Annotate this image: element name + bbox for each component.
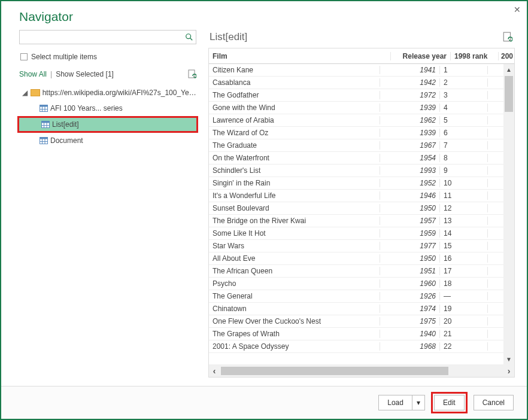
cell-rank: 18 — [440, 279, 488, 288]
load-button[interactable]: Load ▾ — [378, 395, 425, 410]
table-row[interactable]: The Wizard of Oz19396 — [209, 127, 503, 139]
table-row[interactable]: The Grapes of Wrath194021 — [209, 328, 503, 340]
search-icon[interactable] — [183, 31, 196, 44]
cell-rank: 19 — [440, 305, 488, 313]
table-row[interactable]: Casablanca19422 — [209, 77, 503, 89]
cell-year: 1960 — [380, 279, 440, 288]
cell-film: One Flew Over the Cuckoo's Nest — [209, 317, 380, 325]
cell-film: Citizen Kane — [209, 66, 380, 74]
cell-film: The Bridge on the River Kwai — [209, 217, 380, 225]
cell-film: On the Waterfront — [209, 154, 380, 162]
cell-rank: 1 — [440, 66, 488, 74]
cell-year: 1926 — [380, 292, 440, 300]
cell-rank: 4 — [440, 104, 488, 112]
cell-film: Singin' in the Rain — [209, 179, 380, 187]
col-header-film[interactable]: Film — [209, 52, 391, 60]
cell-year: 1975 — [380, 317, 440, 325]
cell-rank: 9 — [440, 166, 488, 175]
load-dropdown-icon[interactable]: ▾ — [412, 395, 424, 410]
cell-rank: 6 — [440, 129, 488, 137]
scroll-up-icon[interactable]: ▲ — [503, 64, 514, 75]
preview-title: List[edit] — [210, 31, 503, 43]
table-row[interactable]: It's a Wonderful Life194611 — [209, 190, 503, 202]
table-row[interactable]: Lawrence of Arabia19625 — [209, 114, 503, 127]
expand-icon[interactable]: ◢ — [22, 89, 28, 97]
table-row[interactable]: Star Wars197715 — [209, 240, 503, 252]
vertical-scrollbar[interactable]: ▲ ▼ — [503, 64, 514, 364]
cell-film: The Godfather — [209, 91, 380, 99]
edit-button[interactable]: Edit — [434, 395, 465, 410]
cell-year: 1939 — [380, 104, 440, 112]
navigator-dialog: ✕ Navigator Select multiple items Show A… — [0, 0, 528, 420]
table-row[interactable]: The Godfather19723 — [209, 89, 503, 102]
checkbox-icon[interactable] — [20, 53, 28, 60]
folder-icon — [31, 89, 40, 96]
dialog-title: Navigator — [1, 1, 527, 30]
table-icon — [40, 137, 48, 144]
tree-item-document[interactable]: Document — [19, 133, 196, 148]
cell-year: 1977 — [380, 242, 440, 250]
table-row[interactable]: All About Eve195016 — [209, 252, 503, 265]
search-input[interactable] — [19, 30, 196, 44]
scroll-left-icon[interactable]: ‹ — [209, 366, 220, 376]
svg-line-1 — [190, 38, 193, 41]
tree-root[interactable]: ◢ https://en.wikipedia.org/wiki/AFI%27s_… — [19, 85, 196, 101]
table-icon — [40, 105, 48, 112]
cell-rank: 13 — [440, 217, 488, 225]
svg-rect-4 — [40, 105, 48, 107]
cell-film: It's a Wonderful Life — [209, 191, 380, 200]
cell-year: 1968 — [380, 342, 440, 351]
cell-film: Casablanca — [209, 78, 380, 87]
cell-film: All About Eve — [209, 254, 380, 263]
preview-refresh-icon[interactable] — [503, 32, 512, 42]
select-multiple-row[interactable]: Select multiple items — [20, 53, 205, 61]
table-row[interactable]: Schindler's List19939 — [209, 165, 503, 177]
load-button-label[interactable]: Load — [379, 395, 412, 410]
tree-view: ◢ https://en.wikipedia.org/wiki/AFI%27s_… — [19, 85, 196, 148]
dialog-footer: Load ▾ Edit Cancel — [1, 386, 527, 419]
refresh-icon[interactable] — [188, 69, 196, 79]
cell-film: The Wizard of Oz — [209, 129, 380, 137]
cell-year: 1946 — [380, 191, 440, 200]
tree-item-label: Document — [50, 136, 83, 145]
show-selected-link[interactable]: Show Selected [1] — [56, 70, 114, 78]
table-row[interactable]: Chinatown197419 — [209, 303, 503, 315]
cell-film: Schindler's List — [209, 166, 380, 175]
scroll-thumb[interactable] — [221, 367, 448, 375]
horizontal-scrollbar[interactable]: ‹ › — [209, 364, 514, 377]
table-row[interactable]: 2001: A Space Odyssey196822 — [209, 340, 503, 353]
search-field[interactable] — [20, 33, 183, 41]
scroll-down-icon[interactable]: ▼ — [503, 354, 514, 364]
table-row[interactable]: Sunset Boulevard195012 — [209, 202, 503, 215]
cell-year: 1962 — [380, 116, 440, 124]
table-row[interactable]: Some Like It Hot195914 — [209, 227, 503, 240]
col-header-release-year[interactable]: Release year — [391, 52, 451, 60]
table-row[interactable]: One Flew Over the Cuckoo's Nest197520 — [209, 315, 503, 328]
scroll-thumb[interactable] — [505, 76, 513, 112]
close-icon[interactable]: ✕ — [514, 5, 521, 14]
tree-item-list-edit[interactable]: List[edit] — [17, 116, 198, 133]
cell-rank: 14 — [440, 229, 488, 238]
cell-rank: 2 — [440, 78, 488, 87]
cell-rank: 17 — [440, 267, 488, 275]
cell-film: The African Queen — [209, 267, 380, 275]
show-all-link[interactable]: Show All — [19, 70, 47, 78]
table-row[interactable]: Citizen Kane19411 — [209, 64, 503, 77]
col-header-1998-rank[interactable]: 1998 rank — [451, 52, 499, 60]
tree-item-afi-series[interactable]: AFI 100 Years... series — [19, 101, 196, 116]
table-row[interactable]: Singin' in the Rain195210 — [209, 177, 503, 190]
cell-year: 1967 — [380, 141, 440, 150]
data-grid: Film Release year 1998 rank 200 Citizen … — [208, 48, 515, 378]
table-row[interactable]: The African Queen195117 — [209, 265, 503, 278]
cell-rank: 5 — [440, 116, 488, 124]
col-header-extra[interactable]: 200 — [499, 52, 514, 60]
table-row[interactable]: The General1926— — [209, 290, 503, 303]
cancel-button[interactable]: Cancel — [474, 395, 514, 410]
table-row[interactable]: Gone with the Wind19394 — [209, 102, 503, 114]
scroll-right-icon[interactable]: › — [503, 366, 514, 376]
cell-year: 1940 — [380, 330, 440, 338]
table-row[interactable]: The Bridge on the River Kwai195713 — [209, 215, 503, 227]
table-row[interactable]: On the Waterfront19548 — [209, 152, 503, 165]
table-row[interactable]: The Graduate19677 — [209, 139, 503, 152]
table-row[interactable]: Psycho196018 — [209, 278, 503, 290]
